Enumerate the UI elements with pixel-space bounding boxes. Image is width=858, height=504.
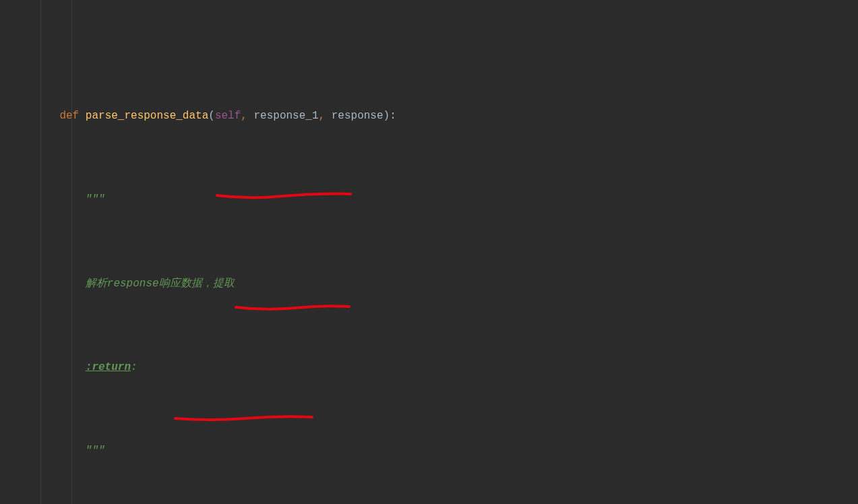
comma: ,	[241, 110, 247, 122]
keyword-def: def	[59, 110, 79, 122]
param: response	[332, 110, 384, 122]
self-param: self	[215, 110, 241, 122]
docstring-colon: :	[131, 361, 137, 373]
indent-guide	[71, 0, 72, 504]
comma: ,	[319, 110, 326, 122]
code-line[interactable]: def parse_response_data(self, response_1…	[0, 105, 858, 127]
paren-open: (	[208, 110, 215, 122]
code-line[interactable]: 解析response响应数据，提取	[0, 272, 858, 294]
docstring-close: """	[86, 445, 105, 457]
paren-close-colon: ):	[384, 110, 396, 122]
docstring-open: """	[86, 193, 105, 206]
docstring-return-tag: :return	[86, 361, 131, 373]
code-line[interactable]: """	[0, 189, 858, 211]
docstring-text: 解析response响应数据，提取	[86, 278, 235, 290]
code-editor[interactable]: def parse_response_data(self, response_1…	[0, 0, 858, 504]
function-name: parse_response_data	[86, 110, 208, 122]
indent-guide	[40, 0, 41, 504]
param: response_1	[254, 110, 319, 122]
code-line[interactable]: :return:	[0, 356, 858, 378]
code-line[interactable]: """	[0, 440, 858, 462]
